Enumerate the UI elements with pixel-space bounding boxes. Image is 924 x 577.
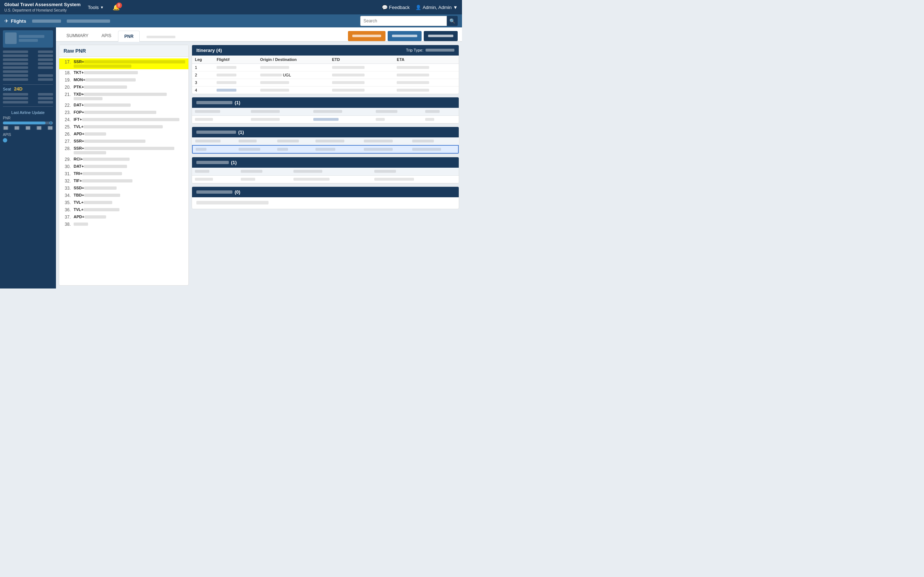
itinerary-panel: Itinerary (4) Trip Type: Leg Flight# Ori… [192,45,459,94]
section4-row-1[interactable] [192,175,459,183]
section3-panel: (1) [192,127,459,154]
feedback-button[interactable]: 💬 Feedback [382,5,410,10]
tabs-bar: SUMMARY APIS PNR [56,27,462,42]
app-title: Global Travel Assessment System [4,2,81,8]
itinerary-row-1[interactable]: 1 [192,63,459,71]
seat-value: 24D [14,86,23,92]
raw-pnr-panel: Raw PNR 17. SSR+ 18. TKT+ [59,45,189,285]
flights-nav-item[interactable]: ✈ Flights [4,18,26,24]
section3-header: (1) [192,127,459,137]
section2-table [192,108,459,123]
sidebar-header [3,30,53,48]
action-button-1[interactable] [348,31,386,41]
pnr-row-22: 22. DAT+ [59,102,188,109]
section3-body [192,137,459,154]
trip-type-value [426,49,454,52]
top-navbar: Global Travel Assessment System U.S. Dep… [0,0,462,15]
main-content: Seat 24D Last Airline Update PNR [0,27,462,288]
pnr-row-38: 38. [59,221,188,228]
search-button[interactable]: 🔍 [447,16,458,26]
itinerary-header-row: Leg Flight# Origin / Destination ETD ETA [192,56,459,64]
timeline-tick: ▓▓ [36,126,42,130]
section3-row-highlighted[interactable] [192,145,459,153]
timeline-tick: ▓▓ [14,126,20,130]
action-button-2[interactable] [388,31,422,41]
pnr-row-18: 18. TKT+ [59,69,188,76]
itinerary-row-4[interactable]: 4 [192,86,459,94]
tab-summary[interactable]: SUMMARY [60,30,95,41]
section2-header: (1) [192,97,459,108]
notification-button[interactable]: 🔔 0 [111,4,121,11]
breadcrumb-2 [67,18,110,23]
tab-apis[interactable]: APIS [95,30,117,41]
tab-extra[interactable] [141,32,181,41]
app-subtitle: U.S. Department of Homeland Security [4,8,81,13]
section5-panel: (0) [192,187,459,209]
breadcrumb-1 [32,18,61,23]
section2-body [192,108,459,123]
pnr-row-37: 37. APD+ [59,213,188,221]
action-button-3[interactable] [424,31,458,41]
right-panels: Itinerary (4) Trip Type: Leg Flight# Ori… [192,45,459,285]
section4-title-blur [196,161,229,164]
pnr-row-24: 24. IFT+ [59,116,188,123]
app-branding: Global Travel Assessment System U.S. Dep… [4,2,81,13]
pnr-row-27: 27. SSR+ [59,138,188,145]
timeline-tick: ▓▓ [25,126,31,130]
trip-type-label: Trip Type: [406,48,423,52]
pnr-row-28: 28. SSR+ [59,145,188,156]
col-eta: ETA [394,56,459,64]
trip-type-section: Trip Type: [406,48,454,52]
itinerary-table: Leg Flight# Origin / Destination ETD ETA… [192,56,459,94]
seat-label: Seat [3,87,11,91]
section2-title-blur [196,101,233,104]
section4-header-row [192,168,459,176]
flights-label: Flights [11,18,26,24]
raw-pnr-title: Raw PNR [59,45,188,57]
search-container: 🔍 [360,16,458,26]
itinerary-title: Itinerary (4) [196,48,222,53]
col-etd: ETD [329,56,394,64]
section5-title-blur [196,190,233,193]
flight-icon: ✈ [4,18,9,24]
itinerary-row-2[interactable]: 2 UGL [192,71,459,79]
pnr-row-30: 30. DAT+ [59,163,188,170]
timeline-tick: ▓▓ [3,126,9,130]
admin-label: Admin, Admin [423,5,452,10]
tools-menu[interactable]: Tools ▼ [88,5,103,10]
pnr-row-31: 31. TRI+ [59,170,188,177]
section3-table [192,137,459,154]
apis-timeline-label: APIS [3,133,53,137]
pnr-row-19: 19. MON+ [59,76,188,84]
pnr-row-36: 36. TVL+ [59,206,188,213]
pnr-row-20: 20. PTK+ [59,84,188,91]
section2-panel: (1) [192,97,459,124]
section2-row-1[interactable] [192,115,459,123]
pnr-row-33: 33. SSD+ [59,185,188,192]
tools-dropdown-arrow: ▼ [100,5,104,10]
itinerary-panel-header: Itinerary (4) Trip Type: [192,45,459,56]
pnr-timeline-label: PNR [3,116,53,120]
admin-menu[interactable]: 👤 Admin, Admin ▼ [415,5,458,10]
raw-pnr-body: 17. SSR+ 18. TKT+ 19. MON+ [59,57,188,285]
tools-label: Tools [88,5,99,10]
section5-no-data [192,197,459,209]
seat-section: Seat 24D [3,84,53,107]
pnr-content-area: Raw PNR 17. SSR+ 18. TKT+ [56,42,462,288]
section2-header-row [192,108,459,116]
search-input[interactable] [360,16,447,26]
tab-pnr[interactable]: PNR [118,31,139,42]
pnr-timeline: PNR ▓▓ ▓▓ ▓▓ ▓▓ ▓▓ [3,116,53,130]
admin-icon: 👤 [415,5,421,10]
section4-header: (1) [192,157,459,168]
section3-header-row [192,137,459,145]
itinerary-row-3[interactable]: 3 [192,79,459,86]
section5-count: (0) [234,189,241,195]
col-origin: Origin / Destination [257,56,329,64]
feedback-icon: 💬 [382,5,388,10]
feedback-label: Feedback [389,5,410,10]
section4-count: (1) [231,160,237,165]
section4-panel: (1) [192,157,459,184]
tab-action-buttons [348,31,458,41]
pnr-row-34: 34. TBD+ [59,192,188,199]
